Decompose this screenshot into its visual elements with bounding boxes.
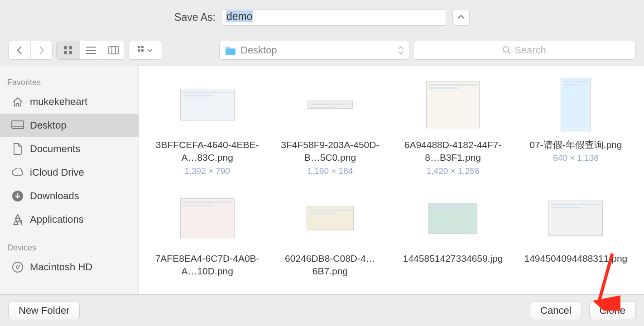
location-label: Desktop [240,44,277,56]
file-item[interactable]: 1494504094488311.png [517,184,635,278]
folder-icon [225,46,236,55]
cancel-button[interactable]: Cancel [530,301,582,320]
file-item[interactable]: 6A94488D-4182-44F7-8…B3F1.png1,420 × 1,2… [394,71,512,176]
file-thumbnail [561,71,591,139]
list-view-icon [86,46,96,54]
applications-icon [11,214,24,225]
svg-rect-0 [64,46,67,49]
arrange-icon [138,46,153,55]
clone-button[interactable]: Clone [589,301,636,320]
file-thumbnail [180,184,235,252]
sidebar-item-downloads[interactable]: Downloads [0,184,139,208]
sidebar-item-icloud[interactable]: iCloud Drive [0,161,139,184]
sidebar-item-label: Downloads [30,190,79,202]
file-name: 6A94488D-4182-44F7-8…B3F1.png [401,139,505,164]
file-name: 1445851427334659.jpg [403,252,503,265]
sidebar-item-label: Desktop [30,120,67,131]
favorites-title: Favorites [0,66,139,90]
home-icon [11,96,24,107]
sidebar-item-home[interactable]: mukekeheart [0,90,139,114]
svg-line-16 [508,52,510,54]
svg-rect-12 [138,49,140,52]
cloud-icon [11,168,24,177]
sidebar-item-label: mukekeheart [30,96,87,108]
file-name: 07-请假-年假查询.png [529,139,622,151]
chevron-left-icon [17,46,22,54]
sidebar-item-desktop[interactable]: Desktop [0,114,139,137]
svg-rect-11 [141,46,144,48]
svg-rect-7 [109,47,119,54]
save-as-filename: demo [226,10,253,22]
svg-rect-3 [69,51,72,54]
file-name: 3F4F58F9-203A-450D-B…5C0.png [278,139,382,164]
file-item[interactable]: 07-请假-年假查询.png640 × 1,138 [517,71,635,176]
sidebar-item-macintosh-hd[interactable]: Macintosh HD [0,255,139,279]
desktop-icon [11,120,24,130]
svg-rect-2 [64,51,67,54]
new-folder-button[interactable]: New Folder [8,301,80,320]
file-item[interactable]: 3F4F58F9-203A-450D-B…5C0.png1,190 × 184 [271,71,389,176]
svg-rect-1 [69,46,72,49]
sidebar-item-label: iCloud Drive [30,167,84,178]
disk-icon [11,261,24,273]
svg-rect-14 [226,47,230,49]
column-view-icon [108,46,119,54]
sidebar-item-label: Applications [30,214,84,225]
file-item[interactable]: 3BFFCEFA-4640-4EBE-A…83C.png1,392 × 790 [148,71,266,176]
file-name: 60246DB8-C08D-4…6B7.png [278,252,382,278]
list-view-button[interactable] [79,41,102,59]
column-view-button[interactable] [102,41,125,59]
nav-segment [8,41,53,60]
arrange-button[interactable] [129,41,162,59]
save-as-input[interactable]: demo [222,9,446,26]
file-thumbnail [426,71,480,139]
svg-rect-13 [141,49,144,52]
sidebar: Favorites mukekeheart Desktop Documents … [0,66,139,294]
file-name: 1494504094488311.png [524,252,628,265]
devices-title: Devices [0,231,139,255]
file-name: 3BFFCEFA-4640-4EBE-A…83C.png [155,139,260,164]
dialog-body: Favorites mukekeheart Desktop Documents … [0,66,644,294]
back-button[interactable] [9,41,30,59]
updown-icon [398,46,404,55]
file-grid[interactable]: 3BFFCEFA-4640-4EBE-A…83C.png1,392 × 7903… [139,66,644,294]
svg-line-22 [19,265,21,266]
file-item[interactable]: 7AFE8EA4-6C7D-4A0B-A…10D.png [148,184,266,278]
downloads-icon [11,190,24,202]
sidebar-item-label: Macintosh HD [30,261,92,273]
collapse-button[interactable] [452,9,470,26]
file-thumbnail [428,184,477,252]
file-thumbnail [307,184,354,252]
file-name: 7AFE8EA4-6C7D-4A0B-A…10D.png [155,252,260,278]
sidebar-item-applications[interactable]: Applications [0,208,139,231]
icon-view-button[interactable] [57,41,79,59]
chevron-up-icon [457,15,465,19]
location-popup[interactable]: Desktop [219,41,409,60]
sidebar-item-documents[interactable]: Documents [0,137,139,161]
save-as-row: Save As: demo [0,0,644,34]
file-dimensions: 1,190 × 184 [307,166,353,176]
search-field[interactable]: Search [413,41,636,60]
svg-point-15 [503,47,509,52]
file-dimensions: 1,392 × 790 [184,166,230,176]
svg-point-20 [13,262,23,272]
save-as-label: Save As: [174,11,216,24]
search-placeholder: Search [514,44,546,56]
file-item[interactable]: 60246DB8-C08D-4…6B7.png [271,184,389,278]
svg-rect-10 [138,46,140,48]
sidebar-item-label: Documents [30,143,80,155]
file-dimensions: 640 × 1,138 [553,153,599,163]
footer: New Folder Cancel Clone [0,294,644,326]
file-item[interactable]: 1445851427334659.jpg [394,184,512,278]
svg-rect-17 [12,121,24,129]
documents-icon [11,143,24,155]
toolbar: Desktop Search [0,34,644,66]
file-dimensions: 1,420 × 1,258 [427,166,480,176]
search-icon [503,46,511,54]
icon-view-icon [63,46,72,55]
view-segment [56,41,125,60]
file-thumbnail [548,184,603,252]
chevron-right-icon [39,46,44,54]
forward-button[interactable] [30,41,52,59]
file-thumbnail [308,71,353,139]
